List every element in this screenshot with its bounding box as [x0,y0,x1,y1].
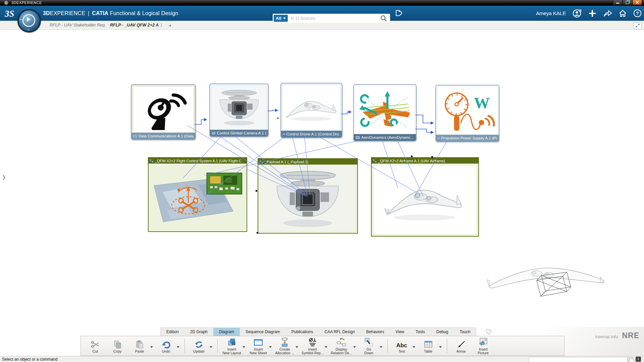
insert-new-sheet-button[interactable]: InsertNew Sheet [249,337,272,355]
display-relation-button[interactable]: DisplayRelation De... [331,337,357,355]
insert-new-layout-button[interactable]: InsertNew Layout [222,337,246,355]
search-icon[interactable] [380,15,387,22]
minimize-button[interactable] [613,0,623,5]
table-button[interactable]: Table [419,339,442,353]
paste-button[interactable]: Paste [130,339,154,353]
scissors-icon [91,339,100,349]
app-header: 3S 3DEXPERIENCE | CATIA Functional & Log… [0,6,644,21]
selection-handle[interactable] [431,156,433,158]
go-down-button[interactable]: GoDown [359,337,383,355]
tab-uav-qfw-2plus2[interactable]: RFLP - _UAV QFW 2+2 A .1 [110,21,162,29]
logical-block-airframe[interactable]: _QFW X2+2 Airframe A.1 (UAV Airframe) [371,157,479,237]
dassault-3ds-logo[interactable]: 3S [3,7,16,20]
function-block-label[interactable]: Propulsion Power Supply A.1 (Pr [436,135,499,141]
command-input[interactable] [529,357,628,362]
function-block-label[interactable]: Control Drone A.1 (Control Dro. [281,131,342,137]
user-name[interactable]: Ameya KALE [536,6,566,21]
logical-block-header[interactable]: _QFW X2+2 Airframe A.1 (UAV Airframe) [372,158,478,164]
go-down-dropdown-caret[interactable] [380,346,382,349]
update-button[interactable]: Update [189,339,213,353]
restore-button[interactable] [623,0,632,5]
arrow-button[interactable]: Arrow [451,339,471,353]
function-block-label[interactable]: Data Communications A.1 (Data [131,133,195,139]
ribbon-tab-diagram[interactable]: Diagram [213,328,240,336]
logical-block-flight-control-system[interactable]: _QFW X2+2 Flight Control System A.1 (UAV… [148,157,247,232]
collapse-arrows-icon [635,23,640,28]
action-toolbar: Cut Copy [80,336,565,356]
insert-picture-button[interactable]: InsertPicture [474,337,493,355]
ribbon-tab-2d-graph[interactable]: 2D Graph [184,328,213,336]
new-tab-button[interactable]: + [169,21,172,29]
close-button[interactable] [632,0,642,5]
text-button[interactable]: Abc Text [392,339,416,353]
info-assistant-icon[interactable]: i [636,357,641,362]
create-allocation-dropdown-caret[interactable] [296,346,298,349]
panel-expand-chevron-icon[interactable]: ❯ [2,174,6,180]
chevron-down-icon [283,17,286,20]
ribbon-tab-edition[interactable]: Edition [161,328,184,336]
favorites-heart-icon[interactable] [485,328,492,335]
display-relation-dropdown-caret[interactable] [353,346,356,349]
update-dropdown-caret[interactable] [210,346,212,349]
window-title-bar: 3DEXPERIENCE [0,0,644,6]
allocation-icon [280,337,289,347]
search-scope-dropdown[interactable]: All [274,15,288,22]
function-block-propulsion-power[interactable]: W Propulsion Power Supply A.1 (Pr [435,85,499,142]
toolbar-separator [217,339,218,353]
add-content-icon[interactable] [586,6,599,21]
cut-button[interactable]: Cut [86,339,105,353]
insert-symbol-rep-dropdown-caret[interactable] [325,346,327,349]
tag-icon[interactable] [391,6,405,21]
ribbon-tab-debug[interactable]: Debug [431,328,454,336]
app-gear-icon [4,1,8,5]
help-icon[interactable]: ? [631,6,644,21]
toolbar-separator [184,339,185,353]
logical-block-header[interactable]: _Payload A.1 (_Payload.1) [258,159,357,165]
user-avatar-icon[interactable] [570,6,584,21]
function-block-label[interactable]: Control Gimbal Camera A.1 ( [210,130,268,136]
update-cycle-icon [194,339,204,349]
insert-new-sheet-dropdown-caret[interactable] [269,346,272,349]
global-search[interactable]: All [273,14,390,23]
window-stack-icon[interactable] [628,357,633,362]
3dexperience-compass-menu[interactable]: 3D V.R [17,9,41,33]
tab-uav-stakeholder-req[interactable]: RFLP - UAV Stakeholder Req [50,21,105,29]
function-block-control-drone[interactable]: Control Drone A.1 (Control Dro. [280,83,342,138]
ribbon-tab-behaviors[interactable]: Behaviors [361,328,390,336]
function-block-data-communications[interactable]: Data Communications A.1 (Data [131,84,196,140]
window-title: 3DEXPERIENCE [11,1,42,5]
function-block-control-gimbal-camera[interactable]: Control Gimbal Camera A.1 ( [209,83,269,137]
function-block-label[interactable]: AeroDynamics (AeroDynami... [354,134,416,141]
application-window: Data Communications A.1 (Data Control [0,0,644,362]
text-dropdown-caret[interactable] [413,346,415,349]
search-input[interactable] [290,16,380,21]
ribbon-tab-publications[interactable]: Publications [286,328,319,336]
ribbon-tab-tools[interactable]: Tools [410,328,431,336]
selection-handle[interactable] [257,232,258,234]
insert-symbol-rep-button[interactable]: InsertSymbol Rep... [302,337,328,355]
insert-new-layout-dropdown-caret[interactable] [243,346,245,349]
function-icon [283,133,285,136]
gimbal-camera-illustration [212,86,266,129]
share-icon[interactable] [600,6,614,21]
function-block-aerodynamics[interactable]: AeroDynamics (AeroDynami... [353,84,417,141]
logical-block-payload[interactable]: _Payload A.1 (_Payload.1) [258,158,358,234]
table-dropdown-caret[interactable] [439,346,442,349]
logical-block-header[interactable]: _QFW X2+2 Flight Control System A.1 (UAV… [149,158,247,164]
home-icon[interactable] [616,6,629,21]
ribbon-tab-sequence-diagram[interactable]: Sequence Diagram [240,328,286,336]
undo-button[interactable]: Undo [156,339,180,353]
flow-port-icon [277,117,280,119]
paste-dropdown-caret[interactable] [150,346,153,349]
ribbon-tab-caa-rfl-design[interactable]: CAA RFL Design [319,328,361,336]
create-allocation-button[interactable]: CreateAllocation ... [275,337,299,355]
undo-dropdown-caret[interactable] [177,346,179,349]
copy-button[interactable]: Copy [108,339,127,353]
aerodynamics-plane-illustration [356,86,414,133]
selection-handle[interactable] [411,156,413,157]
ribbon-tab-touch[interactable]: Touch [454,328,476,336]
svg-text:W: W [474,94,489,112]
selection-handle[interactable] [256,190,257,192]
ribbon-tab-view[interactable]: View [390,328,410,336]
fullscreen-toggle-button[interactable] [634,22,642,29]
